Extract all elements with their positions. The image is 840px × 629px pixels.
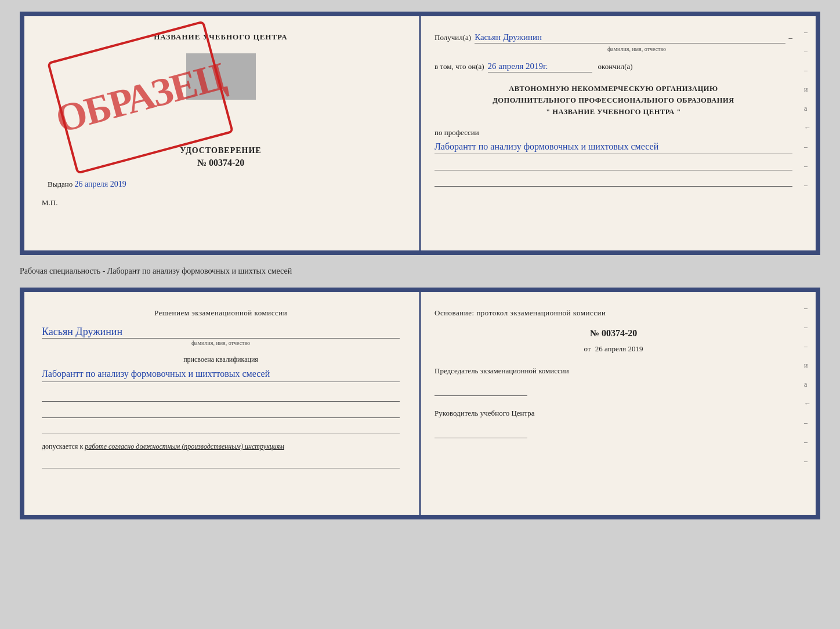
page2-left: Решением экзаменационной комиссии Касьян… <box>24 292 417 515</box>
photo-placeholder <box>186 53 256 100</box>
poluchil-name: Касьян Дружинин <box>475 32 785 43</box>
document-page-2: Решением экзаменационной комиссии Касьян… <box>20 288 820 519</box>
ot-line: от 26 апреля 2019 <box>435 344 792 354</box>
org-line1: АВТОНОМНУЮ НЕКОММЕРЧЕСКУЮ ОРГАНИЗАЦИЮ <box>435 83 792 94</box>
underline-1 <box>435 159 792 170</box>
prisvoena-label: присвоена квалификация <box>42 355 400 364</box>
dopuskaetsya-block: допускается к работе согласно должностны… <box>42 442 400 451</box>
page1-left-title: НАЗВАНИЕ УЧЕБНОГО ЦЕНТРА <box>42 32 400 42</box>
udostoverenie-block: УДОСТОВЕРЕНИЕ № 00374-20 <box>42 146 400 168</box>
vydano-date: 26 апреля 2019 <box>75 180 126 188</box>
okonchil-label: окончил(а) <box>598 62 633 71</box>
page2-right: Основание: протокол экзаменационной коми… <box>417 292 816 515</box>
underline-2 <box>435 175 792 187</box>
sign-line-2 <box>42 405 400 418</box>
udostoverenie-title: УДОСТОВЕРЕНИЕ <box>42 146 400 155</box>
vydano-line: Выдано 26 апреля 2019 <box>42 180 400 189</box>
predsedatel-label: Председатель экзаменационной комиссии <box>435 365 792 377</box>
specialty-text: Рабочая специальность - Лаборант по анал… <box>20 264 820 278</box>
ot-label: от <box>584 344 591 353</box>
dopuskaetsya-label: допускается к <box>42 442 83 450</box>
predsedatel-block: Председатель экзаменационной комиссии <box>435 365 792 396</box>
dopuskaetsya-value: работе согласно должностным (производств… <box>85 442 284 450</box>
fio-sub-1: фамилия, имя, отчество <box>481 46 792 52</box>
rukovoditel-block: Руководитель учебного Центра <box>435 408 792 438</box>
udostoverenie-number: № 00374-20 <box>42 158 400 168</box>
poluchil-label: Получил(а) <box>435 33 471 42</box>
vtom-line: в том, что он(а) 26 апреля 2019г. окончи… <box>435 61 792 72</box>
org-line2: ДОПОЛНИТЕЛЬНОГО ПРОФЕССИОНАЛЬНОГО ОБРАЗО… <box>435 94 792 106</box>
page1-right: Получил(а) Касьян Дружинин – фамилия, им… <box>417 16 816 250</box>
po-professii-value: Лаборантт по анализу формовочных и шихто… <box>435 140 792 154</box>
bottom-line <box>42 456 400 468</box>
sign-line-1 <box>42 389 400 402</box>
page2-fio-sub: фамилия, имя, отчество <box>42 340 400 346</box>
po-professii-label: по профессии <box>435 128 479 137</box>
org-line3: " НАЗВАНИЕ УЧЕБНОГО ЦЕНТРА " <box>435 106 792 118</box>
predsedatel-sign-line <box>435 382 527 396</box>
sign-line-3 <box>42 421 400 434</box>
poluchil-line: Получил(а) Касьян Дружинин – <box>435 32 792 43</box>
vtom-date: 26 апреля 2019г. <box>488 61 592 72</box>
lines-block <box>42 389 400 434</box>
prisvoena-value: Лаборантт по анализу формовочных и шихтт… <box>42 366 400 382</box>
osnovanie-title: Основание: протокол экзаменационной коми… <box>435 308 792 318</box>
rukovoditel-sign-line <box>435 424 527 438</box>
org-block: АВТОНОМНУЮ НЕКОММЕРЧЕСКУЮ ОРГАНИЗАЦИЮ ДО… <box>435 83 792 118</box>
vtom-label: в том, что он(а) <box>435 62 484 71</box>
document-page-1: НАЗВАНИЕ УЧЕБНОГО ЦЕНТРА ОБРАЗЕЦ УДОСТОВ… <box>20 12 820 255</box>
protocol-number: № 00374-20 <box>435 328 792 339</box>
side-markers-2: – – – и а ← – – – <box>804 304 811 466</box>
side-markers-1: – – – и а ← – – – <box>804 28 811 190</box>
prisvoena-block: присвоена квалификация Лаборантт по анал… <box>42 355 400 382</box>
page2-name-hw: Касьян Дружинин <box>42 326 400 339</box>
ot-date: 26 апреля 2019 <box>595 344 643 353</box>
page2-left-header: Решением экзаменационной комиссии <box>42 308 400 318</box>
po-professii-block: по профессии Лаборантт по анализу формов… <box>435 128 792 154</box>
page1-left: НАЗВАНИЕ УЧЕБНОГО ЦЕНТРА ОБРАЗЕЦ УДОСТОВ… <box>24 16 417 250</box>
rukovoditel-label: Руководитель учебного Центра <box>435 408 792 420</box>
vydano-label: Выдано <box>48 180 73 188</box>
mp-label: М.П. <box>42 198 400 208</box>
